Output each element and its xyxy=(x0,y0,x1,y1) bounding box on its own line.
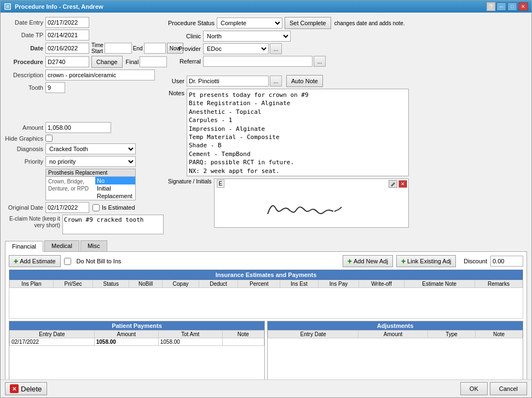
date-label: Date xyxy=(5,45,43,51)
date-entry-input[interactable] xyxy=(45,17,89,28)
eclaim-note-input[interactable]: Crown #9 cracked tooth xyxy=(62,215,164,234)
sig-edit-button[interactable] xyxy=(389,180,397,188)
maximize-button[interactable]: □ xyxy=(507,2,517,11)
link-adj-plus-icon: + xyxy=(401,257,406,266)
final-label: Final xyxy=(126,59,139,65)
user-ellipsis-button[interactable]: ... xyxy=(270,76,282,86)
spacer2 xyxy=(168,68,409,75)
prosthesis-option-replacement[interactable]: Replacement xyxy=(95,192,135,200)
procedure-input[interactable] xyxy=(45,56,89,67)
tooth-label: Tooth xyxy=(5,84,43,91)
help-button[interactable]: ? xyxy=(487,2,495,11)
priority-select[interactable]: no priority xyxy=(45,156,136,167)
is-estimated-checkbox[interactable] xyxy=(92,204,100,211)
tab-medical[interactable]: Medical xyxy=(44,240,79,251)
ins-col-status: Status xyxy=(93,280,129,288)
date-tp-input[interactable] xyxy=(45,30,89,41)
patient-payments-scroll[interactable]: Entry Date Amount Tot Amt Note 02/17/202… xyxy=(9,330,264,379)
clinic-select[interactable]: North xyxy=(203,31,291,42)
prosthesis-left-label: Crown, Bridge, Denture, or RPD xyxy=(46,177,95,200)
financial-panel: + Add Estimate Do Not Bill to Ins + Add … xyxy=(5,252,527,379)
pp-tot-amt: 1058.00 xyxy=(158,338,222,346)
ins-col-deduct: Deduct xyxy=(199,280,238,288)
sig-toolbar: ✕ xyxy=(389,180,407,188)
adj-col-note: Note xyxy=(476,331,523,338)
delete-button[interactable]: ✕ Delete xyxy=(5,382,47,395)
notes-label: Notes xyxy=(168,89,184,96)
proc-status-row: Procedure Status Complete Set Complete c… xyxy=(168,17,409,29)
main-window: Procedure Info - Crest, Andrew ? ─ □ ✕ D… xyxy=(0,0,532,398)
sig-delete-button[interactable]: ✕ xyxy=(398,180,407,188)
window-title: Procedure Info - Crest, Andrew xyxy=(15,3,483,10)
tabs-section: Financial Medical Misc + Add Estimate Do… xyxy=(5,240,527,379)
tab-financial[interactable]: Financial xyxy=(5,241,43,252)
notes-textarea[interactable]: Pt presents today for crown on #9 Bite R… xyxy=(187,89,409,176)
diagnosis-select[interactable]: Cracked Tooth xyxy=(45,143,136,154)
close-button[interactable]: ✕ xyxy=(518,2,528,11)
prosthesis-title: Prosthesis Replacement xyxy=(46,169,135,177)
add-estimate-plus-icon: + xyxy=(14,257,18,266)
amount-input[interactable] xyxy=(45,122,111,133)
referral-ellipsis-button[interactable]: ... xyxy=(314,56,326,67)
provider-ellipsis-button[interactable]: ... xyxy=(270,43,282,54)
financial-toolbar: + Add Estimate Do Not Bill to Ins + Add … xyxy=(9,255,523,267)
sig-initial: E xyxy=(217,180,225,188)
signature-row: Signature / Initials E ✕ xyxy=(168,178,409,228)
hide-graphics-checkbox[interactable] xyxy=(45,135,53,142)
date-tp-label: Date TP xyxy=(5,32,43,38)
adj-col-entrydate: Entry Date xyxy=(268,331,358,338)
ok-button[interactable]: OK xyxy=(460,382,488,395)
title-bar: Procedure Info - Crest, Andrew ? ─ □ ✕ xyxy=(1,1,531,13)
clinic-label: Clinic xyxy=(168,33,201,39)
ins-col-remarks: Remarks xyxy=(475,280,522,288)
ins-col-writeoff: Write-off xyxy=(359,280,404,288)
add-new-adj-button[interactable]: + Add New Adj xyxy=(343,255,393,267)
tab-bar: Financial Medical Misc xyxy=(5,240,527,252)
prosthesis-option-no[interactable]: No xyxy=(95,177,135,184)
do-not-bill-checkbox[interactable] xyxy=(64,258,71,265)
hide-graphics-label: Hide Graphics xyxy=(5,135,43,142)
provider-row: Provider EDoc ... xyxy=(168,43,409,54)
prosthesis-list: No Initial Replacement xyxy=(95,177,135,200)
final-input[interactable] xyxy=(140,56,167,67)
insurance-table: Ins Plan Pri/Sec Status NoBill Copay Ded… xyxy=(9,280,523,288)
provider-select[interactable]: EDoc xyxy=(203,43,269,54)
insurance-table-scroll[interactable]: Ins Plan Pri/Sec Status NoBill Copay Ded… xyxy=(9,280,523,318)
tab-misc[interactable]: Misc xyxy=(80,240,107,251)
ins-col-plan: Ins Plan xyxy=(10,280,54,288)
adjustments-scroll[interactable]: Entry Date Amount Type Note xyxy=(268,330,523,379)
set-complete-button[interactable]: Set Complete xyxy=(285,17,331,29)
auto-note-button[interactable]: Auto Note xyxy=(286,75,323,87)
prosthesis-option-initial[interactable]: Initial xyxy=(95,184,135,192)
referral-label: Referral xyxy=(168,58,201,65)
time-start-input[interactable] xyxy=(105,43,132,54)
amount-row: Amount xyxy=(5,122,164,133)
ins-col-inspay: Ins Pay xyxy=(318,280,359,288)
date-input[interactable] xyxy=(45,43,89,54)
user-input[interactable] xyxy=(187,76,269,86)
add-estimate-button[interactable]: + Add Estimate xyxy=(9,255,61,267)
signature-box: E ✕ xyxy=(214,178,409,228)
original-date-input[interactable] xyxy=(45,202,89,213)
pp-col-note: Note xyxy=(222,331,264,338)
priority-row: Priority no priority xyxy=(5,156,164,167)
window-controls: ? ─ □ ✕ xyxy=(487,2,528,11)
end-label: End xyxy=(133,45,143,51)
link-existing-adj-button[interactable]: + Link Existing Adj xyxy=(396,255,456,267)
main-content: Date Entry Date TP Date Time Start End N… xyxy=(1,13,531,379)
end-input[interactable] xyxy=(144,43,166,54)
change-button[interactable]: Change xyxy=(91,56,123,68)
delete-label: Delete xyxy=(21,385,42,393)
add-estimate-label: Add Estimate xyxy=(20,258,55,264)
minimize-button[interactable]: ─ xyxy=(496,2,506,11)
referral-input[interactable] xyxy=(203,56,313,67)
discount-input[interactable] xyxy=(490,256,523,267)
tooth-input[interactable] xyxy=(45,82,65,93)
cancel-button[interactable]: Cancel xyxy=(490,382,527,395)
proc-status-select[interactable]: Complete xyxy=(217,18,282,28)
spacer xyxy=(5,95,164,122)
description-input[interactable] xyxy=(45,70,155,80)
pp-amount: 1058.00 xyxy=(94,338,158,346)
pp-note xyxy=(222,338,264,346)
description-row: Description xyxy=(5,70,164,80)
